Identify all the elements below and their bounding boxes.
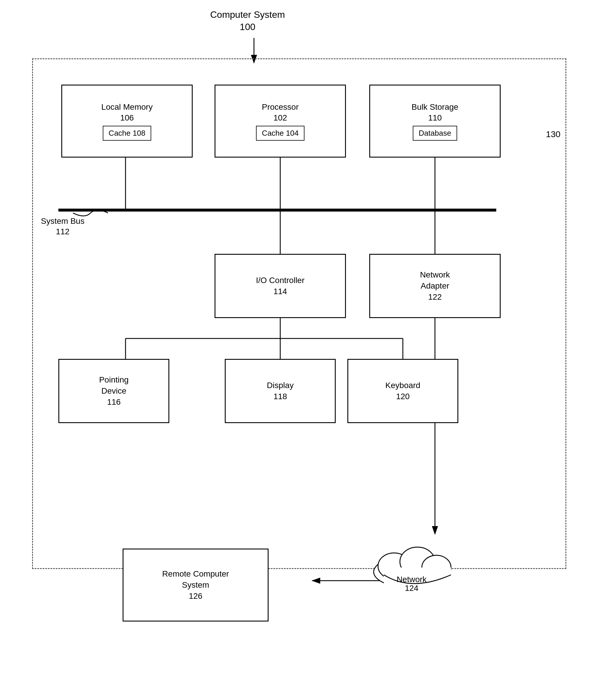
bulk-storage-label: Bulk Storage110 (411, 102, 458, 124)
cache-108-label: Cache 108 (103, 126, 151, 141)
database-label: Database (413, 126, 457, 141)
display-box: Display118 (225, 359, 336, 423)
diagram: Computer System100 (0, 0, 592, 700)
bulk-storage-box: Bulk Storage110 Database (369, 85, 501, 158)
svg-text:Network: Network (397, 575, 427, 584)
io-controller-box: I/O Controller114 (214, 254, 346, 318)
network-adapter-box: NetworkAdapter122 (369, 254, 501, 318)
io-controller-label: I/O Controller114 (256, 275, 305, 297)
network-cloud: Network 124 (368, 534, 455, 592)
pointing-device-box: PointingDevice116 (58, 359, 169, 423)
local-memory-label: Local Memory106 (101, 102, 153, 124)
processor-box: Processor102 Cache 104 (214, 85, 346, 158)
cache-104-label: Cache 104 (256, 126, 304, 141)
svg-text:124: 124 (405, 584, 418, 592)
label-130: 130 (546, 128, 560, 140)
pointing-device-label: PointingDevice116 (99, 374, 129, 407)
processor-label: Processor102 (262, 102, 299, 124)
display-label: Display118 (267, 380, 294, 402)
keyboard-label: Keyboard120 (385, 380, 421, 402)
remote-computer-box: Remote ComputerSystem126 (122, 548, 268, 622)
system-bus-label: System Bus112 (41, 216, 84, 237)
keyboard-box: Keyboard120 (347, 359, 458, 423)
local-memory-box: Local Memory106 Cache 108 (61, 85, 193, 158)
remote-computer-label: Remote ComputerSystem126 (162, 569, 229, 601)
network-adapter-label: NetworkAdapter122 (420, 269, 450, 302)
